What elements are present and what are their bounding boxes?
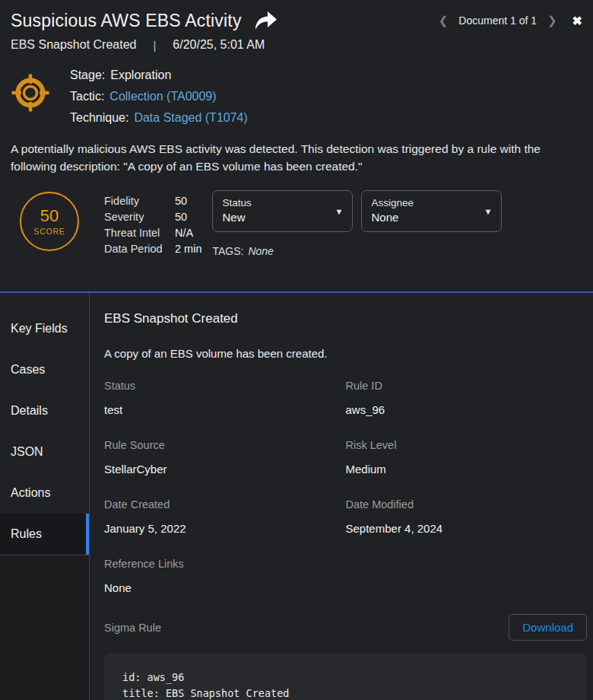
chevron-down-icon: ▼ [484, 207, 493, 216]
tab-cases[interactable]: Cases [0, 349, 89, 390]
alert-detail-window: Suspicious AWS EBS Activity ❮ Document 1… [0, 0, 593, 700]
field-value: StellarCyber [104, 463, 346, 476]
alert-description: A potentially malicious AWS EBS activity… [11, 140, 582, 175]
field-rule-source: Rule Source StellarCyber [104, 439, 346, 476]
field-date-created: Date Created January 5, 2022 [104, 498, 346, 535]
metric-label: Fidelity [104, 193, 175, 209]
prev-document-icon[interactable]: ❮ [439, 14, 449, 27]
share-arrow-icon [252, 9, 278, 32]
subtitle-separator: | [153, 39, 156, 52]
field-risk-level: Risk Level Medium [346, 439, 588, 476]
subtitle-row: EBS Snapshot Created | 6/20/25, 5:01 AM [11, 38, 582, 52]
share-button[interactable] [252, 9, 278, 32]
assignee-dropdown[interactable]: Assignee None ▼ [361, 190, 502, 232]
metric-value: 50 [175, 209, 187, 225]
technique-link[interactable]: Data Staged (T1074) [134, 111, 247, 125]
rules-tab-content: EBS Snapshot Created A copy of an EBS vo… [90, 293, 593, 700]
kill-chain-lines: Stage: Exploration Tactic: Collection (T… [70, 68, 248, 125]
alert-type-label: EBS Snapshot Created [11, 38, 136, 52]
close-icon[interactable]: ✖ [572, 14, 582, 28]
metric-value: 50 [175, 193, 187, 209]
tab-actions[interactable]: Actions [0, 473, 89, 514]
alert-timestamp: 6/20/25, 5:01 AM [173, 38, 265, 52]
metric-label: Data Period [104, 241, 175, 257]
metric-value: 2 min [175, 241, 201, 257]
field-label: Reference Links [104, 558, 346, 570]
stage-value: Exploration [110, 68, 171, 82]
tactic-link[interactable]: Collection (TA0009) [109, 90, 216, 103]
metric-value: N/A [175, 225, 193, 241]
kill-chain-block: Stage: Exploration Tactic: Collection (T… [11, 68, 582, 125]
status-dropdown[interactable]: Status New ▼ [212, 190, 353, 232]
sigma-rule-row: Sigma Rule Download [104, 614, 587, 641]
detail-tabs-area: Key Fields Cases Details JSON Actions Ru… [0, 291, 593, 700]
metric-row-threat-intel: Threat Intel N/A [104, 225, 201, 241]
field-value: None [104, 581, 346, 594]
tab-rules[interactable]: Rules [0, 514, 89, 555]
field-value: January 5, 2022 [104, 522, 346, 535]
field-rule-id: Rule ID aws_96 [346, 380, 588, 416]
field-label: Rule Source [104, 439, 346, 451]
field-label: Date Modified [346, 498, 588, 511]
tab-json[interactable]: JSON [0, 431, 89, 473]
document-pager: ❮ Document 1 of 1 ❯ [439, 14, 557, 27]
assignee-dropdown-value: None [371, 211, 481, 224]
page-title: Suspicious AWS EBS Activity [11, 11, 242, 31]
field-label: Risk Level [346, 439, 588, 451]
detail-tabs-sidebar: Key Fields Cases Details JSON Actions Ru… [0, 293, 90, 700]
rule-title: EBS Snapshot Created [104, 311, 587, 326]
tags-label: TAGS: [212, 245, 243, 257]
status-dropdown-value: New [222, 211, 332, 224]
field-date-modified: Date Modified September 4, 2024 [346, 498, 588, 535]
status-dropdown-label: Status [222, 197, 332, 208]
field-label: Date Created [104, 498, 346, 511]
field-reference-links: Reference Links None [104, 558, 346, 594]
score-badge: 50 SCORE [20, 192, 79, 251]
metric-label: Severity [104, 209, 175, 225]
sigma-rule-code-block: id: aws_96 title: EBS Snapshot Created d… [104, 653, 587, 700]
metric-row-data-period: Data Period 2 min [104, 241, 201, 257]
field-value: test [104, 403, 346, 416]
chevron-down-icon: ▼ [335, 207, 344, 216]
next-document-icon[interactable]: ❯ [547, 14, 557, 27]
technique-line: Technique: Data Staged (T1074) [70, 111, 248, 125]
field-value: September 4, 2024 [346, 522, 588, 535]
sidebar-filler [0, 555, 89, 700]
download-button[interactable]: Download [509, 614, 587, 641]
rule-field-grid: Status test Rule ID aws_96 Rule Source S… [104, 380, 587, 594]
metric-row-severity: Severity 50 [104, 209, 201, 225]
score-label: SCORE [33, 227, 65, 236]
sigma-rule-label: Sigma Rule [104, 622, 161, 634]
field-value: aws_96 [346, 403, 588, 416]
document-pager-label: Document 1 of 1 [458, 14, 537, 27]
sigma-rule-code: id: aws_96 title: EBS Snapshot Created d… [122, 670, 569, 700]
rule-description: A copy of an EBS volume has been created… [104, 347, 587, 360]
field-value: Medium [346, 463, 588, 476]
tactic-line: Tactic: Collection (TA0009) [70, 90, 248, 103]
title-row: Suspicious AWS EBS Activity ❮ Document 1… [11, 9, 582, 32]
field-label: Status [104, 380, 346, 392]
tab-key-fields[interactable]: Key Fields [0, 308, 89, 349]
tab-details[interactable]: Details [0, 390, 89, 431]
field-status: Status test [104, 380, 346, 416]
controls-column: Status New ▼ Assignee None ▼ TAGS:None [212, 190, 502, 257]
tags-row: TAGS:None [212, 245, 502, 257]
dropdown-row: Status New ▼ Assignee None ▼ [212, 190, 502, 232]
stage-line: Stage: Exploration [70, 68, 248, 82]
metrics-table: Fidelity 50 Severity 50 Threat Intel N/A… [104, 193, 201, 257]
metric-row-fidelity: Fidelity 50 [104, 193, 201, 209]
stage-label: Stage: [70, 68, 105, 82]
alert-summary-panel: Suspicious AWS EBS Activity ❮ Document 1… [0, 0, 593, 257]
score-row: 50 SCORE Fidelity 50 Severity 50 Threat … [11, 187, 582, 257]
tactic-label: Tactic: [70, 90, 104, 103]
technique-label: Technique: [70, 111, 128, 125]
score-value: 50 [40, 207, 59, 225]
assignee-dropdown-label: Assignee [371, 197, 481, 208]
target-stage-icon [11, 73, 50, 113]
metric-label: Threat Intel [104, 225, 175, 241]
tags-value: None [248, 245, 273, 257]
field-label: Rule ID [346, 380, 588, 392]
